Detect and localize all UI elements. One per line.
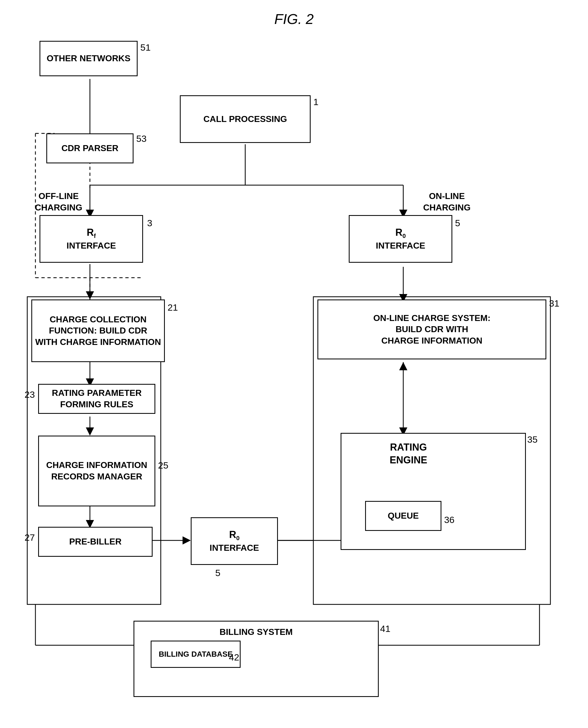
other-networks-label: OTHER NETWORKS	[47, 53, 130, 64]
rating-engine-label: RATINGENGINE	[390, 441, 427, 467]
svg-marker-24	[86, 427, 94, 436]
call-processing-box: CALL PROCESSING	[180, 95, 311, 143]
svg-marker-20	[399, 362, 407, 370]
pre-biller-box: PRE-BILLER	[38, 527, 152, 557]
ref-25: 25	[158, 460, 168, 471]
billing-system-label: BILLING SYSTEM	[219, 626, 293, 638]
ro-interface-mid-label: INTERFACE	[210, 543, 259, 553]
svg-marker-7	[86, 291, 94, 300]
ref-51: 51	[140, 42, 151, 53]
ref-23: 23	[24, 389, 35, 400]
svg-marker-28	[183, 536, 191, 545]
call-processing-label: CALL PROCESSING	[204, 113, 287, 125]
ref-27: 27	[24, 532, 35, 543]
ref-21: 21	[168, 302, 178, 313]
ref-35: 35	[527, 434, 538, 445]
cdr-parser-label: CDR PARSER	[61, 143, 118, 154]
charge-info-records-box: CHARGE INFORMATIONRECORDS MANAGER	[38, 436, 155, 506]
ref-41: 41	[380, 623, 391, 634]
online-charge-system-box: ON-LINE CHARGE SYSTEM:BUILD CDR WITHCHAR…	[317, 300, 546, 359]
charge-collection-label: CHARGE COLLECTIONFUNCTION: BUILD CDRWITH…	[33, 311, 164, 351]
ro-interface-top-label: INTERFACE	[376, 241, 425, 250]
online-charging-label: ON-LINECHARGING	[417, 191, 477, 213]
charge-collection-box: CHARGE COLLECTIONFUNCTION: BUILD CDRWITH…	[31, 300, 165, 362]
billing-database-label: BILLING DATABASE	[159, 649, 232, 659]
ref-42: 42	[229, 652, 239, 663]
ref-5-top: 5	[455, 218, 460, 228]
queue-label: QUEUE	[388, 510, 419, 522]
billing-system-box: BILLING SYSTEM BILLING DATABASE	[133, 621, 379, 697]
rf-interface-box: Rf INTERFACE	[40, 215, 143, 263]
ro-interface-mid-box: R0 INTERFACE	[191, 517, 278, 565]
rating-parameter-box: RATING PARAMETERFORMING RULES	[38, 384, 155, 414]
rating-engine-outer	[341, 433, 526, 550]
charge-info-records-label: CHARGE INFORMATIONRECORDS MANAGER	[46, 460, 147, 482]
ref-53: 53	[136, 133, 147, 144]
ref-5-mid: 5	[215, 568, 220, 578]
other-networks-box: OTHER NETWORKS	[40, 41, 138, 76]
cdr-parser-box: CDR PARSER	[46, 133, 133, 163]
billing-database-box: BILLING DATABASE	[151, 641, 240, 668]
pre-biller-label: PRE-BILLER	[69, 536, 122, 548]
ro-interface-top-box: R0 INTERFACE	[349, 215, 452, 263]
ref-3: 3	[147, 218, 152, 228]
ref-1: 1	[313, 97, 318, 107]
rating-parameter-label: RATING PARAMETERFORMING RULES	[52, 388, 142, 410]
offline-charging-label: OFF-LINECHARGING	[31, 191, 86, 213]
queue-box: QUEUE	[365, 501, 441, 531]
fig-title: FIG. 2	[274, 11, 314, 27]
diagram: FIG. 2	[0, 0, 588, 728]
online-charge-system-label: ON-LINE CHARGE SYSTEM:BUILD CDR WITHCHAR…	[371, 310, 493, 349]
ref-36: 36	[444, 514, 455, 525]
ref-31: 31	[549, 298, 560, 309]
rf-interface-label: INTERFACE	[66, 241, 116, 250]
